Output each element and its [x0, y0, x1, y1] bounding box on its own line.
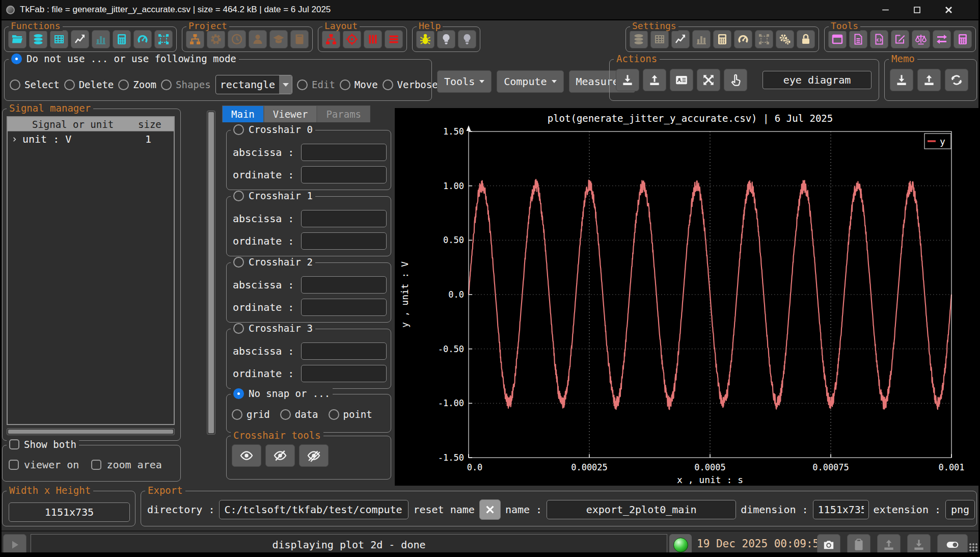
hint-alt-button[interactable]	[458, 30, 476, 48]
reset-name-button[interactable]	[479, 499, 501, 520]
menu-compute-button[interactable]: Compute	[497, 70, 563, 93]
table-settings-button[interactable]	[650, 30, 669, 48]
project-notes-button[interactable]	[290, 30, 309, 48]
crosshair-1-abscissa-entry[interactable]	[301, 210, 387, 227]
memo-load-button[interactable]	[917, 69, 941, 91]
mode-default-radio[interactable]	[11, 54, 22, 64]
calculator-button[interactable]	[113, 30, 131, 48]
signal-tree[interactable]: Signal or unit size unit : V1	[7, 116, 175, 425]
data-table-button[interactable]	[50, 30, 68, 48]
preferences-button[interactable]	[776, 30, 794, 48]
width-height-entry[interactable]	[9, 502, 130, 522]
debug-button[interactable]	[416, 30, 434, 48]
crosshair-1-ordinate-entry[interactable]	[301, 232, 387, 250]
close-button[interactable]	[937, 3, 960, 17]
plot-svg[interactable]: 0.00.000250.00050.000750.0011.501.000.50…	[395, 108, 980, 486]
select-region-button[interactable]	[154, 30, 173, 48]
crosshair-2-radio[interactable]	[233, 257, 244, 268]
chevron-down-icon[interactable]	[279, 75, 292, 94]
vscroll-thumb[interactable]	[208, 112, 214, 433]
tab-viewer[interactable]: Viewer	[264, 105, 317, 122]
plot-2d-button[interactable]	[71, 30, 89, 48]
crosshair-0-radio[interactable]	[233, 124, 244, 135]
histogram-settings-button[interactable]	[692, 30, 711, 48]
calculator-settings-button[interactable]	[713, 30, 731, 48]
snap-data[interactable]: data	[280, 409, 318, 420]
screenshot-button[interactable]	[817, 534, 840, 555]
mode-verbose[interactable]: Verbose	[383, 79, 438, 90]
shape-combobox[interactable]: rectangle	[215, 75, 292, 94]
save-button[interactable]	[616, 69, 639, 91]
mode-delete[interactable]: Delete	[64, 79, 114, 90]
session-card-button[interactable]	[670, 69, 693, 91]
crosshair-1-radio[interactable]	[233, 191, 244, 201]
layout-tree-button[interactable]	[322, 30, 340, 48]
crosshair-hide-button[interactable]	[265, 444, 295, 467]
editor-button[interactable]	[891, 30, 909, 48]
directory-entry[interactable]	[219, 500, 409, 519]
crosshair-2-abscissa-entry[interactable]	[301, 276, 387, 294]
snap-point[interactable]: point	[329, 409, 372, 420]
crosshair-0-ordinate-entry[interactable]	[301, 166, 387, 183]
layout-center-button[interactable]	[343, 30, 361, 48]
show-both-checkbox[interactable]	[9, 439, 19, 449]
checkbox-viewer-on[interactable]: viewer on	[9, 459, 79, 471]
tab-params[interactable]: Params	[317, 105, 370, 122]
memo-save-button[interactable]	[890, 69, 913, 91]
gauge-settings-button[interactable]	[734, 30, 752, 48]
maximize-button[interactable]	[906, 3, 928, 17]
eye-diagram-entry[interactable]	[763, 71, 872, 89]
mode-zoom[interactable]: Zoom	[118, 79, 156, 90]
run-button[interactable]	[3, 534, 26, 555]
pointer-mode-button[interactable]	[724, 69, 747, 91]
mode-edit[interactable]: Edit	[297, 79, 335, 90]
column-signal-or-unit[interactable]: Signal or unit	[8, 119, 138, 130]
plot-canvas[interactable]: 0.00.000250.00050.000750.0011.501.000.50…	[395, 108, 980, 486]
memo-refresh-button[interactable]	[945, 69, 968, 91]
column-size[interactable]: size	[138, 119, 174, 130]
lock-button[interactable]	[797, 30, 815, 48]
text-file-button[interactable]	[849, 30, 867, 48]
theme-toggle-button[interactable]	[937, 534, 968, 555]
signal-row[interactable]: unit : V1	[8, 131, 174, 147]
layout-rows-button[interactable]	[385, 30, 403, 48]
status-download-button[interactable]	[907, 534, 931, 555]
tab-main[interactable]: Main	[222, 105, 264, 122]
project-history-button[interactable]	[228, 30, 246, 48]
spreadsheet-button[interactable]	[954, 30, 972, 48]
resize-grip[interactable]	[969, 543, 977, 551]
new-window-button[interactable]	[828, 30, 847, 48]
export-name-entry[interactable]	[547, 500, 736, 519]
no-snap-radio[interactable]	[233, 388, 244, 399]
fullscreen-button[interactable]	[697, 69, 720, 91]
crosshair-show-button[interactable]	[232, 444, 261, 467]
mode-shapes[interactable]: Shapes	[161, 79, 211, 90]
crosshair-3-ordinate-entry[interactable]	[301, 365, 387, 382]
plot-settings-button[interactable]	[671, 30, 690, 48]
load-button[interactable]	[643, 69, 666, 91]
region-settings-button[interactable]	[755, 30, 773, 48]
crosshair-0-abscissa-entry[interactable]	[301, 144, 387, 161]
project-tree-button[interactable]	[186, 30, 204, 48]
signal-vscrollbar[interactable]	[207, 111, 215, 435]
mode-move[interactable]: Move	[340, 79, 378, 90]
open-file-button[interactable]	[8, 30, 26, 48]
project-user-button[interactable]	[249, 30, 267, 48]
copy-clipboard-button[interactable]	[847, 534, 870, 555]
hscroll-thumb[interactable]	[8, 430, 173, 434]
histogram-button[interactable]	[92, 30, 110, 48]
signal-hscrollbar[interactable]	[7, 428, 175, 435]
dimension-entry[interactable]	[813, 500, 869, 519]
project-learn-button[interactable]	[269, 30, 288, 48]
menu-tools-button[interactable]: Tools	[437, 70, 492, 93]
project-settings-button[interactable]	[207, 30, 225, 48]
mode-select[interactable]: Select	[10, 79, 60, 90]
transfer-button[interactable]	[933, 30, 951, 48]
crosshair-hide-all-button[interactable]	[299, 444, 329, 467]
crosshair-3-radio[interactable]	[233, 323, 244, 334]
compare-button[interactable]	[912, 30, 930, 48]
extension-entry[interactable]	[945, 500, 975, 519]
snap-grid[interactable]: grid	[232, 409, 270, 420]
minimize-button[interactable]	[874, 3, 896, 17]
script-file-button[interactable]	[870, 30, 888, 48]
